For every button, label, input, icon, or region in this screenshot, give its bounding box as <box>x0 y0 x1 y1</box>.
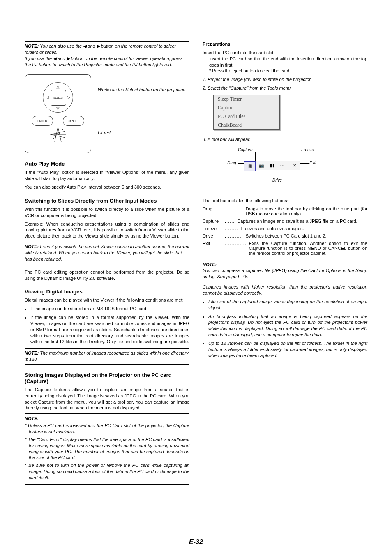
step-3: 3. A tool bar will appear. <box>203 136 367 143</box>
toolbar-includes-p: The tool bar includes the following butt… <box>203 198 367 204</box>
step-2: 2. Select the "Capture" from the Tools m… <box>203 85 367 91</box>
list-item: If the image can be stored in a format s… <box>30 314 189 345</box>
menu-item-pcfiles: PC Card Files <box>214 112 279 121</box>
note-label: NOTE: <box>25 416 189 422</box>
remote-diagram: SELECT △ ▽ ◁ ▷ ENTER CANCEL <box>25 74 91 153</box>
exit-icon: ✕ <box>289 161 300 170</box>
def-val: Drags to move the tool bar by clicking o… <box>243 206 367 216</box>
autoplay-p2: You can also specify Auto Play Interval … <box>25 184 189 190</box>
def-val: Freezes and unfreezes images. <box>238 226 367 231</box>
list-item: Up to 12 indexes can be displayed on the… <box>208 340 367 359</box>
viewing-p: Digital images can be played with the Vi… <box>25 297 189 303</box>
switch-p1: With this function it is possible to swi… <box>25 206 189 219</box>
cancel-button-label: CANCEL <box>63 116 84 126</box>
toolbar-definitions: Drag............Drags to move the tool b… <box>203 206 367 256</box>
heading-viewing: Viewing Digital Images <box>25 289 189 295</box>
tools-menu-screenshot: Sleep Timer Capture PC Card Files ChalkB… <box>213 95 280 130</box>
right-column: Preparations: Insert the PC card into th… <box>203 41 367 489</box>
storing-p: The Capture features allows you to captu… <box>25 387 189 411</box>
figure-caption-select: Works as the Select button on the projec… <box>98 87 189 92</box>
capture-icon: 📷 <box>256 161 267 170</box>
note-label: NOTE: <box>25 244 39 249</box>
remote-figure: SELECT △ ▽ ◁ ▷ ENTER CANCEL <box>25 74 189 153</box>
note-remote: NOTE: You can also use the ◀ and ▶ butto… <box>25 41 189 69</box>
note-label: NOTE: <box>203 262 367 268</box>
pj-button-label: PJ <box>54 130 62 138</box>
prep-eject: * Press the eject button to eject the ca… <box>203 68 367 74</box>
note-compress-block: NOTE: You can compress a captured file (… <box>203 260 367 359</box>
left-column: NOTE: You can also use the ◀ and ▶ butto… <box>25 41 189 489</box>
drag-icon: ▦ <box>244 161 256 171</box>
label-capture: Capture <box>238 148 253 152</box>
list-item: * Unless a PC card is inserted into the … <box>25 422 189 435</box>
label-drive: Drive <box>272 178 282 182</box>
list-item: An hourglass indicating that an image is… <box>208 314 367 338</box>
note-viewer-retain: NOTE: Even if you switch the current Vie… <box>25 242 189 264</box>
note-text: You can also use the ◀ and ▶ button on t… <box>25 44 175 55</box>
toolbar-figure: ▦ 📷 ▮▮ SLOT ✕ Capture Drag Freeze Exit D… <box>219 146 334 191</box>
prep-insert: Insert the PC card into the card slot. <box>203 50 367 56</box>
def-key: Drag <box>203 206 223 216</box>
list-item: * Be sure not to turn off the power or r… <box>25 462 189 481</box>
heading-auto-play: Auto Play Mode <box>25 161 189 167</box>
note-text-2: If you use the ◀ and ▶ button on the rem… <box>25 55 189 68</box>
note-max-images: NOTE: The maximum number of images recog… <box>25 348 189 365</box>
note-compress: You can compress a captured file (JPEG) … <box>203 268 367 280</box>
pc-edit-p: The PC card editing operation cannot be … <box>25 269 189 282</box>
def-val: Exits the Capture function. Another opti… <box>247 241 367 256</box>
note-label: NOTE: <box>25 351 39 355</box>
menu-item-sleep: Sleep Timer <box>214 95 279 104</box>
def-key: Exit <box>203 241 223 256</box>
note-text: The maximum number of images recognized … <box>25 351 189 362</box>
freeze-icon: ▮▮ <box>267 161 278 170</box>
page-number: E-32 <box>0 538 392 546</box>
def-key: Freeze <box>203 226 223 231</box>
figure-caption-litred: Lit red <box>98 130 189 136</box>
def-key: Drive <box>203 233 223 238</box>
menu-item-capture: Capture <box>214 104 279 112</box>
select-button-label: SELECT <box>51 90 66 106</box>
label-freeze: Freeze <box>301 148 314 152</box>
menu-item-chalkboard: ChalkBoard <box>214 121 279 129</box>
switch-p2: Example: When conducting presentations u… <box>25 221 189 240</box>
note-text: Even if you switch the current Viewer so… <box>25 244 189 261</box>
heading-storing: Storing Images Displayed on the Projecto… <box>25 372 189 384</box>
def-val: Switches between PC Card slot 1 and 2. <box>243 233 367 238</box>
label-exit: Exit <box>309 161 316 165</box>
def-key: Capture <box>203 219 223 224</box>
def-val: Captures an image and save it as a JPEG … <box>235 219 367 224</box>
label-drag: Drag <box>227 161 236 165</box>
note-capture-warnings: NOTE: * Unless a PC card is inserted int… <box>25 413 189 484</box>
heading-switching: Switching to Slides Directly from Other … <box>25 198 189 204</box>
step-1: 1. Project the image you wish to store o… <box>203 76 367 83</box>
list-item: If the image can be stored on an MS-DOS … <box>30 306 189 312</box>
viewing-conditions-list: If the image can be stored on an MS-DOS … <box>25 306 189 345</box>
drive-icon: SLOT <box>278 161 289 170</box>
note-label: NOTE: <box>25 44 39 48</box>
autoplay-p1: If the "Auto Play" option is selected in… <box>25 169 189 182</box>
list-item: File size of the captured image varies d… <box>208 299 367 311</box>
enter-button-label: ENTER <box>32 116 53 126</box>
preparations-title: Preparations: <box>203 42 232 46</box>
prep-direction: Insert the PC card so that the end with … <box>203 56 367 68</box>
list-item: * The "Card Error" display means that th… <box>25 436 189 461</box>
note-resolution: Captured images with higher resolution t… <box>203 284 367 296</box>
